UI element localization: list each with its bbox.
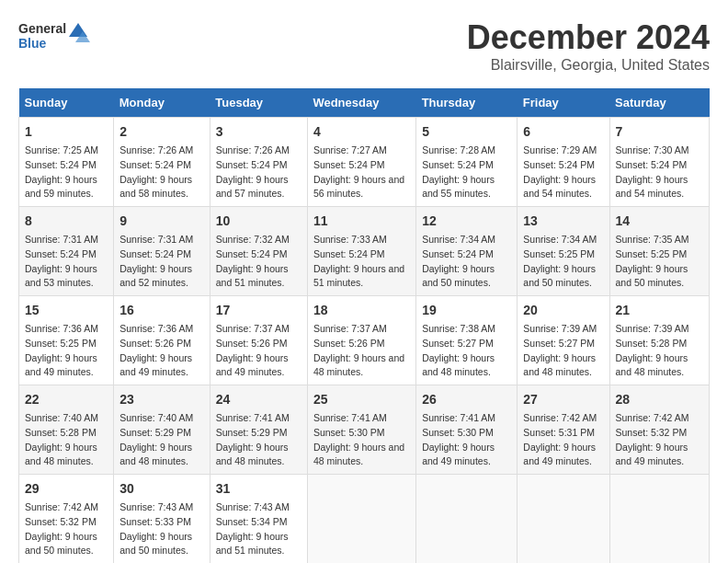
day-number: 2: [119, 122, 204, 142]
day-cell-8: 8Sunrise: 7:31 AMSunset: 5:24 PMDaylight…: [19, 207, 114, 296]
day-cell-26: 26Sunrise: 7:41 AMSunset: 5:30 PMDayligh…: [416, 385, 518, 475]
day-number: 21: [616, 301, 704, 320]
subtitle: Blairsville, Georgia, United States: [467, 57, 710, 74]
column-header-monday: Monday: [114, 88, 210, 118]
day-number: 30: [119, 479, 204, 499]
calendar-week-3: 15Sunrise: 7:36 AMSunset: 5:25 PMDayligh…: [19, 296, 710, 385]
day-number: 7: [616, 122, 704, 142]
column-header-thursday: Thursday: [416, 88, 518, 118]
day-cell-12: 12Sunrise: 7:34 AMSunset: 5:24 PMDayligh…: [416, 207, 518, 296]
calendar-table: SundayMondayTuesdayWednesdayThursdayFrid…: [18, 88, 710, 563]
day-number: 5: [422, 122, 511, 142]
day-number: 19: [422, 301, 511, 320]
day-cell-14: 14Sunrise: 7:35 AMSunset: 5:25 PMDayligh…: [609, 207, 710, 296]
day-number: 15: [25, 301, 108, 320]
day-cell-16: 16Sunrise: 7:36 AMSunset: 5:26 PMDayligh…: [114, 296, 210, 385]
day-cell-23: 23Sunrise: 7:40 AMSunset: 5:29 PMDayligh…: [114, 385, 210, 475]
day-number: 27: [523, 390, 603, 409]
day-cell-30: 30Sunrise: 7:43 AMSunset: 5:33 PMDayligh…: [114, 475, 210, 564]
day-number: 12: [422, 212, 511, 231]
calendar-week-2: 8Sunrise: 7:31 AMSunset: 5:24 PMDaylight…: [19, 207, 710, 296]
calendar-week-1: 1Sunrise: 7:25 AMSunset: 5:24 PMDaylight…: [19, 118, 710, 207]
day-cell-3: 3Sunrise: 7:26 AMSunset: 5:24 PMDaylight…: [210, 118, 307, 207]
logo: General Blue: [18, 18, 92, 60]
header: General Blue December 2024 Blairsville, …: [18, 18, 710, 74]
day-number: 28: [616, 390, 704, 409]
day-cell-15: 15Sunrise: 7:36 AMSunset: 5:25 PMDayligh…: [19, 296, 114, 385]
day-cell-24: 24Sunrise: 7:41 AMSunset: 5:29 PMDayligh…: [210, 385, 307, 475]
day-number: 13: [523, 212, 603, 231]
day-number: 18: [313, 301, 410, 320]
logo-svg: General Blue: [18, 18, 92, 60]
day-number: 16: [119, 301, 204, 320]
day-cell-22: 22Sunrise: 7:40 AMSunset: 5:28 PMDayligh…: [19, 385, 114, 475]
day-number: 25: [313, 390, 410, 409]
calendar-week-4: 22Sunrise: 7:40 AMSunset: 5:28 PMDayligh…: [19, 385, 710, 475]
day-cell-5: 5Sunrise: 7:28 AMSunset: 5:24 PMDaylight…: [416, 118, 518, 207]
day-cell-29: 29Sunrise: 7:42 AMSunset: 5:32 PMDayligh…: [19, 475, 114, 564]
empty-cell: [416, 475, 518, 564]
day-cell-9: 9Sunrise: 7:31 AMSunset: 5:24 PMDaylight…: [114, 207, 210, 296]
day-cell-7: 7Sunrise: 7:30 AMSunset: 5:24 PMDaylight…: [609, 118, 710, 207]
day-number: 17: [216, 301, 301, 320]
svg-text:Blue: Blue: [18, 36, 47, 51]
column-header-sunday: Sunday: [19, 88, 114, 118]
day-number: 6: [523, 122, 603, 142]
day-number: 23: [119, 390, 204, 409]
day-number: 20: [523, 301, 603, 320]
day-cell-1: 1Sunrise: 7:25 AMSunset: 5:24 PMDaylight…: [19, 118, 114, 207]
calendar-week-5: 29Sunrise: 7:42 AMSunset: 5:32 PMDayligh…: [19, 475, 710, 564]
empty-cell: [307, 475, 415, 564]
day-cell-27: 27Sunrise: 7:42 AMSunset: 5:31 PMDayligh…: [518, 385, 609, 475]
day-number: 22: [25, 390, 108, 409]
day-cell-10: 10Sunrise: 7:32 AMSunset: 5:24 PMDayligh…: [210, 207, 307, 296]
day-number: 14: [616, 212, 704, 231]
day-cell-31: 31Sunrise: 7:43 AMSunset: 5:34 PMDayligh…: [210, 475, 307, 564]
day-cell-25: 25Sunrise: 7:41 AMSunset: 5:30 PMDayligh…: [307, 385, 415, 475]
title-area: December 2024 Blairsville, Georgia, Unit…: [467, 18, 710, 74]
calendar-header: SundayMondayTuesdayWednesdayThursdayFrid…: [19, 88, 710, 118]
day-cell-18: 18Sunrise: 7:37 AMSunset: 5:26 PMDayligh…: [307, 296, 415, 385]
day-number: 29: [25, 479, 108, 499]
main-title: December 2024: [467, 18, 710, 57]
day-number: 8: [25, 212, 108, 231]
day-cell-11: 11Sunrise: 7:33 AMSunset: 5:24 PMDayligh…: [307, 207, 415, 296]
day-cell-6: 6Sunrise: 7:29 AMSunset: 5:24 PMDaylight…: [518, 118, 609, 207]
day-number: 26: [422, 390, 511, 409]
day-cell-4: 4Sunrise: 7:27 AMSunset: 5:24 PMDaylight…: [307, 118, 415, 207]
day-number: 31: [216, 479, 301, 499]
day-number: 24: [216, 390, 301, 409]
day-cell-17: 17Sunrise: 7:37 AMSunset: 5:26 PMDayligh…: [210, 296, 307, 385]
day-number: 1: [25, 122, 108, 142]
svg-text:General: General: [18, 21, 66, 36]
column-header-wednesday: Wednesday: [307, 88, 415, 118]
empty-cell: [609, 475, 710, 564]
column-header-saturday: Saturday: [609, 88, 710, 118]
day-cell-2: 2Sunrise: 7:26 AMSunset: 5:24 PMDaylight…: [114, 118, 210, 207]
day-cell-21: 21Sunrise: 7:39 AMSunset: 5:28 PMDayligh…: [609, 296, 710, 385]
day-number: 11: [313, 212, 410, 231]
day-number: 4: [313, 122, 410, 142]
day-cell-19: 19Sunrise: 7:38 AMSunset: 5:27 PMDayligh…: [416, 296, 518, 385]
day-number: 9: [119, 212, 204, 231]
day-cell-13: 13Sunrise: 7:34 AMSunset: 5:25 PMDayligh…: [518, 207, 609, 296]
day-cell-28: 28Sunrise: 7:42 AMSunset: 5:32 PMDayligh…: [609, 385, 710, 475]
empty-cell: [518, 475, 609, 564]
column-header-friday: Friday: [518, 88, 609, 118]
day-cell-20: 20Sunrise: 7:39 AMSunset: 5:27 PMDayligh…: [518, 296, 609, 385]
day-number: 10: [216, 212, 301, 231]
column-header-tuesday: Tuesday: [210, 88, 307, 118]
day-number: 3: [216, 122, 301, 142]
